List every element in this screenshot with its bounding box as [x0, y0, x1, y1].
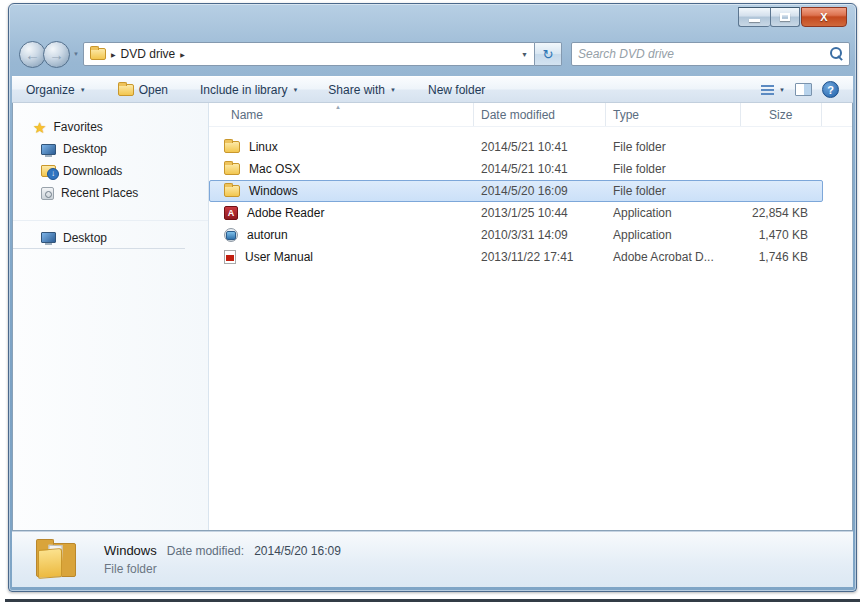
- address-bar[interactable]: ▶ DVD drive ▶ ▼: [83, 42, 535, 66]
- breadcrumb-separator-icon[interactable]: ▶: [180, 51, 185, 58]
- file-type: File folder: [606, 140, 741, 154]
- file-rows: Linux 2014/5/21 10:41 File folder Mac OS…: [209, 127, 852, 268]
- file-row-mac-osx[interactable]: Mac OSX 2014/5/21 10:41 File folder: [209, 158, 823, 180]
- new-folder-label: New folder: [428, 83, 485, 97]
- file-type: Application: [606, 206, 741, 220]
- include-in-library-button[interactable]: Include in library ▼: [200, 83, 298, 97]
- open-button[interactable]: Open: [118, 83, 168, 97]
- sidebar-item-recent-places[interactable]: Recent Places: [13, 182, 208, 204]
- file-date: 2010/3/31 14:09: [474, 228, 606, 242]
- back-button[interactable]: ←: [19, 41, 46, 68]
- monitor-icon: [41, 232, 56, 243]
- star-icon: ★: [33, 120, 46, 135]
- monitor-icon: [41, 144, 56, 155]
- maximize-icon: [780, 13, 790, 21]
- column-header-date-modified[interactable]: Date modified: [474, 103, 606, 126]
- share-with-label: Share with: [328, 83, 385, 97]
- file-row-linux[interactable]: Linux 2014/5/21 10:41 File folder: [209, 136, 823, 158]
- file-date: 2013/1/25 10:44: [474, 206, 606, 220]
- file-date: 2014/5/21 10:41: [474, 140, 606, 154]
- maximize-button[interactable]: [770, 7, 800, 27]
- file-date: 2013/11/22 17:41: [474, 250, 606, 264]
- file-row-windows[interactable]: Windows 2014/5/20 16:09 File folder: [209, 180, 823, 202]
- folder-icon: [224, 141, 240, 153]
- sidebar-item-label: Recent Places: [61, 186, 138, 200]
- details-date-value: 2014/5/20 16:09: [254, 544, 341, 558]
- file-date: 2014/5/20 16:09: [474, 184, 606, 198]
- list-view-icon: [761, 85, 774, 95]
- column-label: Name: [231, 108, 263, 122]
- sidebar-item-label: Desktop: [63, 142, 107, 156]
- folder-icon: [90, 48, 106, 60]
- search-icon[interactable]: [829, 47, 843, 61]
- refresh-icon: ↻: [543, 47, 554, 62]
- close-button[interactable]: X: [801, 7, 847, 27]
- refresh-button[interactable]: ↻: [535, 42, 562, 66]
- file-type: Application: [606, 228, 741, 242]
- file-row-adobe-reader[interactable]: AAdobe Reader 2013/1/25 10:44 Applicatio…: [209, 202, 823, 224]
- navigation-bar: ← → ▼ ▶ DVD drive ▶ ▼ ↻: [9, 39, 856, 69]
- change-view-button[interactable]: ▼: [761, 85, 785, 95]
- downloads-folder-icon: [41, 165, 56, 177]
- column-header-name[interactable]: Name: [209, 103, 474, 126]
- client-area: ★ Favorites Desktop Downloads Recent Pla…: [12, 103, 853, 531]
- preview-pane-button[interactable]: [795, 83, 812, 96]
- help-icon: ?: [822, 81, 839, 98]
- file-name: User Manual: [245, 250, 313, 264]
- navigation-pane: ★ Favorites Desktop Downloads Recent Pla…: [13, 103, 209, 530]
- file-name: Mac OSX: [249, 162, 300, 176]
- breadcrumb-segment[interactable]: DVD drive: [121, 47, 176, 61]
- explorer-window: X ← → ▼ ▶ DVD drive ▶ ▼ ↻ Organize ▼ Ope…: [8, 3, 857, 592]
- forward-button[interactable]: →: [43, 41, 70, 68]
- command-toolbar: Organize ▼ Open Include in library ▼ Sha…: [12, 76, 853, 103]
- sidebar-item-desktop[interactable]: Desktop: [13, 138, 208, 160]
- column-header-type[interactable]: Type: [606, 103, 741, 126]
- close-icon: X: [820, 11, 827, 23]
- column-header-size[interactable]: Size: [741, 103, 822, 126]
- chevron-down-icon: ▼: [292, 87, 298, 93]
- file-size: 1,746 KB: [741, 250, 816, 264]
- sort-ascending-icon: ▲: [335, 104, 341, 110]
- file-size: 1,470 KB: [741, 228, 816, 242]
- file-type: File folder: [606, 162, 741, 176]
- file-row-autorun[interactable]: autorun 2010/3/31 14:09 Application 1,47…: [209, 224, 823, 246]
- column-label: Type: [613, 108, 639, 122]
- folder-icon: [224, 163, 240, 175]
- recent-places-icon: [41, 187, 54, 200]
- address-dropdown-icon[interactable]: ▼: [521, 51, 528, 58]
- help-button[interactable]: ?: [822, 81, 839, 98]
- details-file-name: Windows: [104, 543, 157, 558]
- sidebar-item-label: Downloads: [63, 164, 122, 178]
- minimize-icon: [749, 19, 760, 22]
- breadcrumb-separator-icon: ▶: [111, 51, 116, 58]
- details-date-label: Date modified:: [167, 544, 244, 558]
- file-size: 22,854 KB: [741, 206, 816, 220]
- recent-pages-dropdown[interactable]: ▼: [73, 51, 79, 57]
- sidebar-tree-item-desktop[interactable]: Desktop: [13, 227, 185, 249]
- favorites-label: Favorites: [53, 120, 102, 134]
- sidebar-item-downloads[interactable]: Downloads: [13, 160, 208, 182]
- column-label: Size: [769, 108, 792, 122]
- adobe-reader-icon: A: [224, 206, 238, 220]
- share-with-button[interactable]: Share with ▼: [328, 83, 396, 97]
- selected-folder-icon: [36, 541, 82, 579]
- file-type: Adobe Acrobat D...: [606, 250, 741, 264]
- search-box[interactable]: [571, 42, 850, 66]
- folder-icon: [224, 185, 240, 197]
- forward-arrow-icon: →: [49, 46, 64, 63]
- new-folder-button[interactable]: New folder: [428, 83, 485, 97]
- file-row-user-manual[interactable]: User Manual 2013/11/22 17:41 Adobe Acrob…: [209, 246, 823, 268]
- window-controls: X: [738, 7, 847, 27]
- chevron-down-icon: ▼: [80, 87, 86, 93]
- file-date: 2014/5/21 10:41: [474, 162, 606, 176]
- column-label: Date modified: [481, 108, 555, 122]
- file-name: Linux: [249, 140, 278, 154]
- sidebar-item-favorites[interactable]: ★ Favorites: [13, 116, 208, 138]
- search-input[interactable]: [578, 47, 829, 61]
- file-name: Windows: [249, 184, 298, 198]
- organize-button[interactable]: Organize ▼: [26, 83, 86, 97]
- minimize-button[interactable]: [738, 7, 770, 27]
- open-folder-icon: [118, 84, 134, 96]
- file-list: ▲ Name Date modified Type Size Linux 201…: [209, 103, 852, 530]
- back-arrow-icon: ←: [25, 46, 40, 63]
